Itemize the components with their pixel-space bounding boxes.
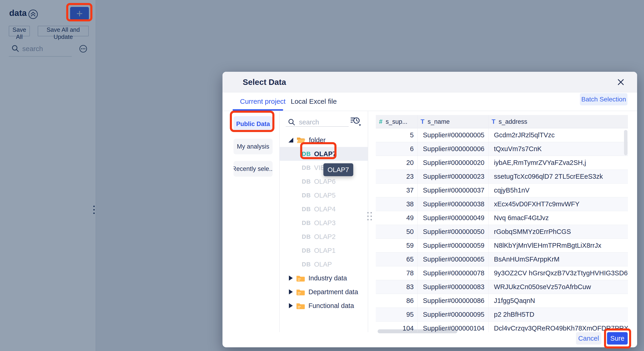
- column-header-s-sup[interactable]: #s_sup...: [376, 115, 418, 128]
- table-row[interactable]: 37Supplier#000000037cqjyB5h1nV: [376, 184, 628, 197]
- table-cell: Supplier#000000038: [418, 197, 488, 211]
- table-cell: cqjyB5h1nV: [488, 184, 628, 197]
- table-cell: p2 2hBfH5TD: [488, 308, 628, 321]
- table-row[interactable]: 95Supplier#000000095p2 2hBfH5TD: [376, 308, 628, 321]
- tree-item-label: OLAP5: [314, 192, 336, 199]
- tab-local-excel-file[interactable]: Local Excel file: [291, 98, 337, 105]
- modal-header: Select Data: [222, 72, 637, 93]
- table-row[interactable]: 23Supplier#000000023ssetugTcXc096qlD7 2T…: [376, 170, 628, 184]
- table-cell: xEcx45vD0FXHT7c9mvWFY: [488, 197, 628, 211]
- table-cell: 59: [376, 239, 418, 252]
- database-icon: DB: [302, 150, 311, 158]
- table-row[interactable]: 65Supplier#000000065BsAnHUmSFArppKrM: [376, 252, 628, 266]
- folder-icon: [296, 288, 305, 296]
- table-cell: Supplier#000000023: [418, 170, 488, 183]
- tree-item-olap3[interactable]: DBOLAP3: [279, 216, 368, 230]
- tree-item-label: OLAP3: [314, 219, 336, 227]
- table-cell: 6: [376, 142, 418, 156]
- table-cell: 83: [376, 280, 418, 294]
- database-icon: DB: [302, 261, 311, 268]
- category-panel: Public DataMy analysisRecently sele...: [222, 111, 279, 332]
- table-row[interactable]: 49Supplier#000000049Nvq 6macF4GtJvz: [376, 211, 628, 225]
- table-row[interactable]: 50Supplier#000000050rGobqSMMYz0ErrPhCGS: [376, 225, 628, 239]
- caret-right-icon[interactable]: [289, 289, 293, 294]
- tree-item-olap4[interactable]: DBOLAP4: [279, 202, 368, 216]
- caret-right-icon[interactable]: [289, 275, 293, 281]
- tree-item-label: OLAP7: [314, 150, 336, 158]
- table-cell: Supplier#000000037: [418, 184, 488, 197]
- data-preview-table: #s_sup...Ts_nameTs_address 5Supplier#000…: [376, 115, 628, 332]
- table-cell: 104: [376, 321, 418, 332]
- table-row[interactable]: 5Supplier#000000005Gcdm2rJRzl5qlTVzc: [376, 128, 628, 142]
- tree-item-olap2[interactable]: DBOLAP2: [279, 230, 368, 244]
- table-row[interactable]: 6Supplier#000000006tQxuVm7s7CnK: [376, 142, 628, 156]
- table-cell: iybAE,RmTymrZVYaFZva2SH,j: [488, 156, 628, 170]
- modal-footer: Cancel Sure: [222, 332, 637, 347]
- column-divider: [488, 115, 489, 332]
- tab-current-project[interactable]: Current project: [240, 98, 286, 105]
- tree-item-label: Department data: [308, 288, 358, 296]
- category-recently-sele[interactable]: Recently sele...: [234, 161, 272, 177]
- table-cell: 37: [376, 184, 418, 197]
- tree-item-olap1[interactable]: DBOLAP1: [279, 244, 368, 257]
- table-cell: ssetugTcXc096qlD7 2TL5crEEeS3zk: [488, 170, 628, 183]
- table-cell: rGobqSMMYz0ErrPhCGS: [488, 225, 628, 238]
- table-cell: Supplier#000000095: [418, 308, 488, 321]
- table-cell: 5: [376, 128, 418, 142]
- tree-item-olap[interactable]: DBOLAP: [279, 257, 368, 271]
- table-row[interactable]: 20Supplier#000000020iybAE,RmTymrZVYaFZva…: [376, 156, 628, 170]
- table-cell: 95: [376, 308, 418, 321]
- table-cell: 23: [376, 170, 418, 183]
- tree-list: folderDBOLAP7DBVIEWDBOLAP6DBOLAP5DBOLAP4…: [279, 111, 368, 332]
- column-header-s-name[interactable]: Ts_name: [418, 115, 488, 128]
- table-cell: Supplier#000000104: [418, 321, 488, 332]
- table-cell: WRJUkzCn050seVz57oAfrbCuw: [488, 280, 628, 294]
- table-cell: 78: [376, 266, 418, 280]
- table-cell: 86: [376, 294, 418, 307]
- tree-item-label: OLAP2: [314, 233, 336, 241]
- database-icon: DB: [302, 192, 311, 199]
- table-cell: N8lKbYjMnVlEHmTPRmBgtLiX8rrJx: [488, 239, 628, 252]
- category-my-analysis[interactable]: My analysis: [234, 139, 272, 154]
- screen: data + Save All Save All and Update: [0, 0, 644, 351]
- text-column-icon: T: [420, 118, 424, 125]
- sure-button[interactable]: Sure: [607, 332, 628, 344]
- column-header-label: s_sup...: [386, 118, 408, 125]
- close-icon[interactable]: [616, 78, 625, 87]
- folder-icon: [296, 302, 305, 310]
- table-row[interactable]: 59Supplier#000000059N8lKbYjMnVlEHmTPRmBg…: [376, 239, 628, 252]
- table-row[interactable]: 86Supplier#000000086J1fgg5QaqnN: [376, 294, 628, 308]
- vertical-scrollbar[interactable]: [624, 130, 628, 155]
- tree-item-department-data[interactable]: Department data: [279, 285, 368, 299]
- table-row[interactable]: 83Supplier#000000083WRJUkzCn050seVz57oAf…: [376, 280, 628, 294]
- tree-item-label: Industry data: [308, 274, 347, 282]
- table-cell: 9y3OZ2CV hGrsrQxzB7V3zTtygHVHIG3SD6yrz: [488, 266, 628, 280]
- column-header-s-address[interactable]: Ts_address: [488, 115, 628, 128]
- table-cell: Supplier#000000083: [418, 280, 488, 294]
- table-row[interactable]: 104Supplier#000000104Dcl4vCrzqv3QReRO49b…: [376, 321, 628, 332]
- table-row[interactable]: 78Supplier#0000000789y3OZ2CV hGrsrQxzB7V…: [376, 266, 628, 280]
- tree-item-functional-data[interactable]: Functional data: [279, 299, 368, 312]
- database-icon: DB: [302, 206, 311, 213]
- table-cell: Gcdm2rJRzl5qlTVzc: [488, 128, 628, 142]
- tree-item-label: OLAP: [314, 261, 332, 268]
- database-icon: DB: [302, 219, 311, 227]
- tree-item-olap5[interactable]: DBOLAP5: [279, 188, 368, 202]
- cancel-button[interactable]: Cancel: [576, 332, 601, 344]
- database-icon: DB: [302, 233, 311, 240]
- caret-right-icon[interactable]: [289, 303, 293, 308]
- table-row[interactable]: 38Supplier#000000038xEcx45vD0FXHT7c9mvWF…: [376, 197, 628, 211]
- batch-selection-button[interactable]: Batch Selection: [580, 93, 628, 105]
- table-cell: Supplier#000000005: [418, 128, 488, 142]
- tree-item-industry-data[interactable]: Industry data: [279, 271, 368, 285]
- tree-item-label: Functional data: [308, 302, 354, 310]
- panel-divider[interactable]: [368, 111, 368, 332]
- table-cell: Supplier#000000020: [418, 156, 488, 170]
- category-public-data[interactable]: Public Data: [234, 116, 272, 132]
- tree-item-olap7[interactable]: DBOLAP7: [279, 147, 368, 161]
- caret-down-icon[interactable]: [288, 138, 293, 143]
- tree-item-folder[interactable]: folder: [279, 133, 368, 147]
- tree-resize-handle[interactable]: [367, 212, 372, 220]
- modal-title: Select Data: [243, 72, 286, 93]
- tree-item-olap6[interactable]: DBOLAP6: [279, 175, 368, 188]
